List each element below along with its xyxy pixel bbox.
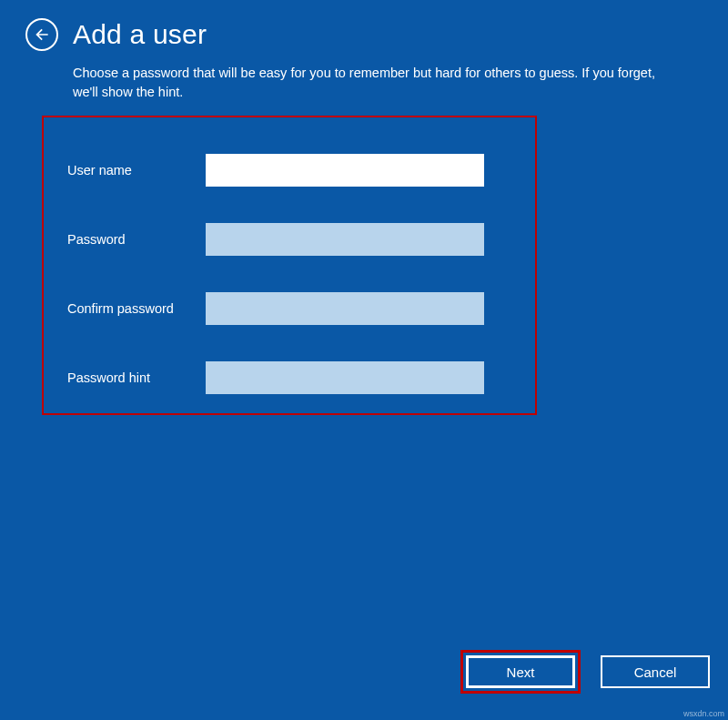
page-subtitle: Choose a password that will be easy for …	[0, 51, 728, 102]
page-title: Add a user	[73, 19, 207, 50]
field-row-username: User name	[44, 154, 535, 187]
username-label: User name	[67, 163, 206, 177]
password-hint-input[interactable]	[206, 361, 484, 394]
next-button-highlight: Next	[460, 650, 581, 694]
confirm-password-label: Confirm password	[67, 301, 206, 316]
password-label: Password	[67, 232, 206, 247]
cancel-button[interactable]: Cancel	[601, 655, 710, 688]
field-row-confirm: Confirm password	[44, 292, 535, 325]
password-hint-label: Password hint	[67, 370, 206, 385]
next-button[interactable]: Next	[466, 655, 575, 688]
back-button[interactable]	[25, 18, 58, 51]
username-input[interactable]	[206, 154, 484, 187]
watermark: wsxdn.com	[683, 709, 724, 718]
arrow-left-icon	[33, 25, 51, 44]
confirm-password-input[interactable]	[206, 292, 484, 325]
form-highlight-box: User name Password Confirm password Pass…	[42, 116, 537, 415]
button-bar: Next Cancel	[460, 650, 710, 694]
field-row-hint: Password hint	[44, 361, 535, 394]
password-input[interactable]	[206, 223, 484, 256]
field-row-password: Password	[44, 223, 535, 256]
